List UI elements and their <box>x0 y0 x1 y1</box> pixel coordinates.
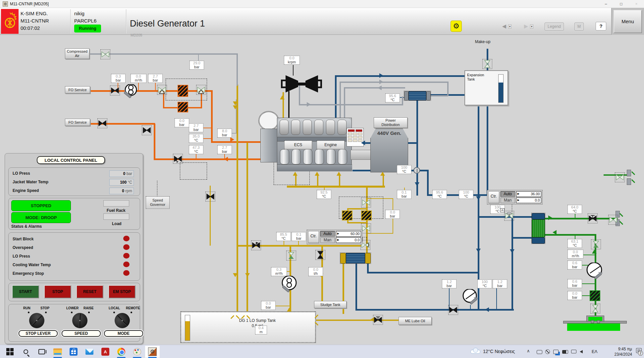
filter-icon[interactable] <box>178 102 188 112</box>
fo-service-supply[interactable]: FO Service <box>65 86 90 93</box>
flow-arrow-icon <box>415 182 419 186</box>
ht-water-cooler[interactable] <box>531 213 545 244</box>
gauge-readout: 92.5°C <box>317 190 331 199</box>
valve-icon[interactable] <box>142 125 152 135</box>
man-setpoint-field[interactable]: ▶0.0 <box>336 237 361 243</box>
valve-icon[interactable] <box>361 223 371 233</box>
valve-icon[interactable] <box>196 85 206 95</box>
alarm-label: LO Press <box>13 254 30 259</box>
valve-icon[interactable] <box>286 251 296 261</box>
man-button[interactable]: Man <box>320 237 335 243</box>
ksim-app-icon[interactable]: ⚙ <box>145 346 160 357</box>
battery-icon[interactable] <box>562 350 568 354</box>
screen-share-icon[interactable] <box>553 350 559 354</box>
flow-arrow-icon <box>224 157 228 161</box>
controller-label[interactable]: Ctr. <box>488 191 499 203</box>
pipe-segment <box>237 85 238 314</box>
valve-icon[interactable] <box>504 211 514 221</box>
start-button[interactable] <box>3 346 17 357</box>
language-indicator[interactable]: ΕΛ <box>592 349 597 354</box>
flow-arrow-icon <box>233 105 238 109</box>
pump-icon[interactable] <box>281 276 297 296</box>
switch-left-label: RUN <box>23 306 30 310</box>
expansion-tank-level <box>498 74 504 103</box>
filter-icon[interactable] <box>178 85 188 97</box>
clock[interactable]: 9:45 πμ23/4/2024 <box>606 346 632 357</box>
network-icon[interactable] <box>571 350 576 353</box>
pump-icon[interactable] <box>462 289 478 308</box>
gauge-readout: 35.0°C <box>189 134 203 143</box>
search-icon[interactable] <box>19 346 33 357</box>
valve-icon[interactable] <box>590 304 600 314</box>
lo-press-field: 0 bar <box>109 170 134 177</box>
fo-service-return[interactable]: FO Service <box>65 119 90 126</box>
valve-icon[interactable] <box>205 192 215 202</box>
valve-icon[interactable] <box>615 172 625 182</box>
valve-icon[interactable] <box>173 154 183 164</box>
file-explorer-icon[interactable] <box>50 346 65 357</box>
man-setpoint-field[interactable]: ▶0.0 <box>516 198 541 203</box>
valve-icon[interactable] <box>588 213 598 223</box>
valve-icon[interactable] <box>315 250 325 260</box>
switch-dot <box>45 312 47 313</box>
expansion-tank[interactable]: Expansion Tank <box>464 70 508 105</box>
compressed-air[interactable]: Compressed Air <box>65 48 89 59</box>
mode-indicator: MODE: DROOP <box>11 212 71 223</box>
me-lube-oil[interactable]: ME Lube Oil <box>399 317 432 325</box>
paint-icon[interactable] <box>130 346 144 357</box>
speed-governor[interactable]: Speed Governor <box>146 196 170 209</box>
auto-setpoint-field[interactable]: ▶60.00 <box>336 231 361 237</box>
pump-icon[interactable] <box>124 84 138 101</box>
auto-setpoint-field[interactable]: ▶36.00 <box>516 191 541 197</box>
store-icon[interactable] <box>66 346 81 357</box>
valve-icon[interactable] <box>361 198 371 208</box>
weather-icon[interactable] <box>470 350 480 354</box>
blocked-icon[interactable] <box>545 349 550 354</box>
speed-knob[interactable] <box>72 313 88 328</box>
pump-icon[interactable] <box>586 263 603 283</box>
weather-text[interactable]: 12°C Νεφώσεις <box>483 349 515 354</box>
chrome-icon[interactable] <box>114 346 129 357</box>
camera-icon[interactable] <box>537 350 542 354</box>
valve-icon[interactable] <box>157 85 167 95</box>
turbocharger[interactable] <box>281 74 321 93</box>
filter-icon[interactable] <box>590 290 600 301</box>
charge-air-cooler[interactable] <box>404 91 431 101</box>
controller-label[interactable]: Ctr. <box>308 231 319 243</box>
start-button[interactable]: START <box>12 285 39 298</box>
filter-icon[interactable] <box>361 210 372 220</box>
valve-icon[interactable] <box>100 49 110 59</box>
reset-button[interactable]: RESET <box>76 285 103 298</box>
gauge-readout: 0.0bar <box>261 301 276 310</box>
flow-arrow-icon <box>233 273 238 277</box>
valve-icon[interactable] <box>110 86 120 95</box>
readout-label: Engine Speed <box>13 188 39 193</box>
em-stop-button[interactable]: EM STOP <box>108 285 135 298</box>
engine-button[interactable]: Engine <box>317 141 345 149</box>
valve-icon[interactable] <box>591 239 601 249</box>
filter-icon[interactable] <box>342 210 352 220</box>
auto-button[interactable]: Auto <box>320 231 335 237</box>
valve-icon[interactable] <box>608 215 618 225</box>
valve-icon[interactable] <box>448 305 458 315</box>
valve-icon[interactable] <box>482 59 492 69</box>
acrobat-icon[interactable]: A <box>98 346 113 357</box>
valve-icon[interactable] <box>373 315 383 325</box>
speaker-icon[interactable] <box>580 350 583 353</box>
task-view-icon[interactable] <box>34 346 49 357</box>
valve-icon[interactable] <box>251 240 261 250</box>
flow-arrow-icon <box>476 249 481 253</box>
power-distribution[interactable]: Power Distribution <box>374 117 407 128</box>
lube-oil-cooler[interactable] <box>340 253 371 264</box>
switch-right-label: REMOTE <box>126 306 140 310</box>
auto-button[interactable]: Auto <box>501 191 515 197</box>
sludge-tank[interactable]: Sludge Tank <box>314 301 347 308</box>
ecs-button[interactable]: ECS <box>284 141 312 149</box>
tray-chevron-icon[interactable]: ∧ <box>527 348 530 353</box>
stop-button[interactable]: STOP <box>44 285 71 298</box>
switch-dot <box>28 312 29 313</box>
valve-icon[interactable] <box>97 118 107 128</box>
switch-name-plate: STOP LEVER <box>19 330 58 337</box>
man-button[interactable]: Man <box>501 198 515 203</box>
mail-icon[interactable] <box>82 346 97 357</box>
